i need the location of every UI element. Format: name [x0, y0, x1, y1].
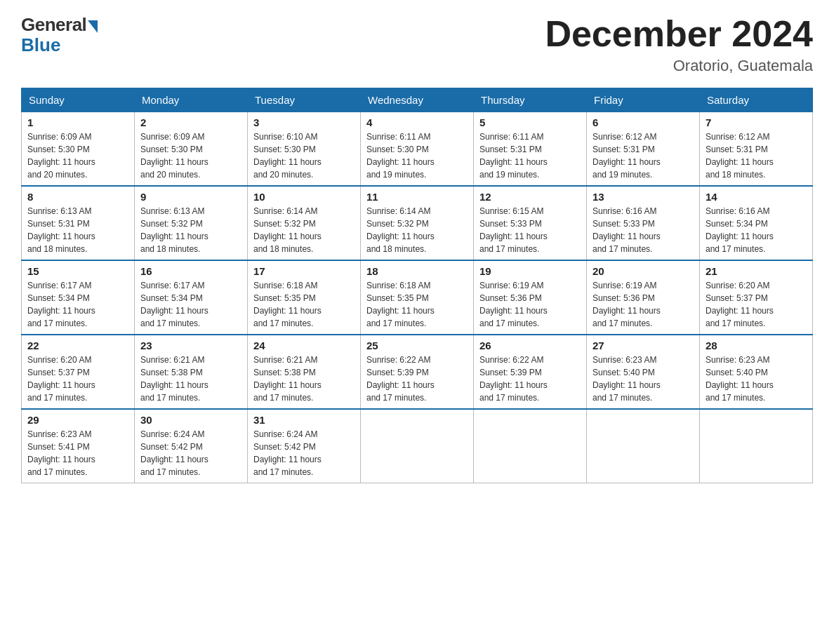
day-number: 23: [140, 340, 241, 351]
calendar-cell: 29 Sunrise: 6:23 AMSunset: 5:41 PMDaylig…: [22, 409, 135, 483]
calendar-cell: 27 Sunrise: 6:23 AMSunset: 5:40 PMDaylig…: [587, 335, 700, 409]
day-number: 28: [706, 340, 807, 351]
calendar-cell: [361, 409, 474, 483]
day-info: Sunrise: 6:13 AMSunset: 5:32 PMDaylight:…: [140, 206, 208, 254]
location: Oratorio, Guatemala: [545, 57, 813, 75]
calendar-cell: 23 Sunrise: 6:21 AMSunset: 5:38 PMDaylig…: [135, 335, 248, 409]
day-number: 9: [140, 191, 241, 203]
header-thursday: Thursday: [474, 88, 587, 112]
week-row-2: 8 Sunrise: 6:13 AMSunset: 5:31 PMDayligh…: [22, 186, 813, 260]
calendar-cell: [474, 409, 587, 483]
calendar-cell: 19 Sunrise: 6:19 AMSunset: 5:36 PMDaylig…: [474, 260, 587, 335]
logo: General Blue: [21, 14, 98, 56]
day-number: 11: [366, 191, 468, 203]
calendar-cell: 21 Sunrise: 6:20 AMSunset: 5:37 PMDaylig…: [700, 260, 813, 335]
day-number: 4: [366, 116, 468, 128]
day-number: 20: [593, 265, 694, 277]
day-info: Sunrise: 6:11 AMSunset: 5:30 PMDaylight:…: [366, 132, 435, 180]
calendar-cell: 11 Sunrise: 6:14 AMSunset: 5:32 PMDaylig…: [361, 186, 474, 260]
day-info: Sunrise: 6:09 AMSunset: 5:30 PMDaylight:…: [140, 132, 208, 180]
header-monday: Monday: [135, 88, 248, 112]
day-number: 21: [706, 265, 807, 277]
day-info: Sunrise: 6:15 AMSunset: 5:33 PMDaylight:…: [479, 206, 548, 254]
calendar-cell: 4 Sunrise: 6:11 AMSunset: 5:30 PMDayligh…: [361, 112, 474, 187]
day-info: Sunrise: 6:16 AMSunset: 5:33 PMDaylight:…: [593, 206, 661, 254]
day-number: 25: [366, 340, 468, 351]
calendar-cell: 24 Sunrise: 6:21 AMSunset: 5:38 PMDaylig…: [248, 335, 361, 409]
day-number: 19: [479, 265, 581, 277]
day-number: 12: [479, 191, 581, 203]
week-row-1: 1 Sunrise: 6:09 AMSunset: 5:30 PMDayligh…: [22, 112, 813, 187]
week-row-4: 22 Sunrise: 6:20 AMSunset: 5:37 PMDaylig…: [22, 335, 813, 409]
calendar-cell: 16 Sunrise: 6:17 AMSunset: 5:34 PMDaylig…: [135, 260, 248, 335]
day-info: Sunrise: 6:22 AMSunset: 5:39 PMDaylight:…: [479, 355, 548, 403]
calendar-cell: 2 Sunrise: 6:09 AMSunset: 5:30 PMDayligh…: [135, 112, 248, 187]
calendar-cell: 25 Sunrise: 6:22 AMSunset: 5:39 PMDaylig…: [361, 335, 474, 409]
day-info: Sunrise: 6:21 AMSunset: 5:38 PMDaylight:…: [140, 355, 208, 403]
day-number: 3: [253, 116, 355, 128]
calendar-cell: 31 Sunrise: 6:24 AMSunset: 5:42 PMDaylig…: [248, 409, 361, 483]
day-number: 1: [27, 116, 128, 128]
day-number: 27: [593, 340, 694, 351]
day-number: 31: [253, 414, 355, 426]
page-header: General Blue December 2024 Oratorio, Gua…: [21, 14, 813, 75]
day-info: Sunrise: 6:17 AMSunset: 5:34 PMDaylight:…: [27, 281, 95, 328]
calendar-cell: 20 Sunrise: 6:19 AMSunset: 5:36 PMDaylig…: [587, 260, 700, 335]
day-number: 6: [593, 116, 694, 128]
day-number: 22: [27, 340, 128, 351]
day-number: 15: [27, 265, 128, 277]
day-number: 17: [253, 265, 355, 277]
calendar-cell: [700, 409, 813, 483]
day-info: Sunrise: 6:10 AMSunset: 5:30 PMDaylight:…: [253, 132, 322, 180]
month-title: December 2024: [545, 14, 813, 54]
calendar-table: SundayMondayTuesdayWednesdayThursdayFrid…: [21, 88, 813, 483]
day-info: Sunrise: 6:13 AMSunset: 5:31 PMDaylight:…: [27, 206, 95, 254]
week-row-3: 15 Sunrise: 6:17 AMSunset: 5:34 PMDaylig…: [22, 260, 813, 335]
calendar-cell: 18 Sunrise: 6:18 AMSunset: 5:35 PMDaylig…: [361, 260, 474, 335]
day-number: 29: [27, 414, 128, 426]
week-row-5: 29 Sunrise: 6:23 AMSunset: 5:41 PMDaylig…: [22, 409, 813, 483]
day-info: Sunrise: 6:23 AMSunset: 5:40 PMDaylight:…: [593, 355, 661, 403]
day-number: 24: [253, 340, 355, 351]
calendar-cell: 7 Sunrise: 6:12 AMSunset: 5:31 PMDayligh…: [700, 112, 813, 187]
day-info: Sunrise: 6:12 AMSunset: 5:31 PMDaylight:…: [706, 132, 774, 180]
day-number: 18: [366, 265, 468, 277]
calendar-cell: [587, 409, 700, 483]
calendar-cell: 9 Sunrise: 6:13 AMSunset: 5:32 PMDayligh…: [135, 186, 248, 260]
calendar-cell: 12 Sunrise: 6:15 AMSunset: 5:33 PMDaylig…: [474, 186, 587, 260]
calendar-cell: 3 Sunrise: 6:10 AMSunset: 5:30 PMDayligh…: [248, 112, 361, 187]
day-number: 8: [27, 191, 128, 203]
header-row: SundayMondayTuesdayWednesdayThursdayFrid…: [22, 88, 813, 112]
day-info: Sunrise: 6:18 AMSunset: 5:35 PMDaylight:…: [366, 281, 435, 328]
header-wednesday: Wednesday: [361, 88, 474, 112]
title-section: December 2024 Oratorio, Guatemala: [545, 14, 813, 75]
day-info: Sunrise: 6:14 AMSunset: 5:32 PMDaylight:…: [366, 206, 435, 254]
calendar-cell: 30 Sunrise: 6:24 AMSunset: 5:42 PMDaylig…: [135, 409, 248, 483]
calendar-cell: 6 Sunrise: 6:12 AMSunset: 5:31 PMDayligh…: [587, 112, 700, 187]
logo-general-text: General: [21, 14, 86, 36]
day-info: Sunrise: 6:11 AMSunset: 5:31 PMDaylight:…: [479, 132, 548, 180]
day-number: 2: [140, 116, 241, 128]
calendar-cell: 26 Sunrise: 6:22 AMSunset: 5:39 PMDaylig…: [474, 335, 587, 409]
logo-arrow-icon: [88, 20, 98, 33]
day-info: Sunrise: 6:19 AMSunset: 5:36 PMDaylight:…: [593, 281, 661, 328]
calendar-cell: 22 Sunrise: 6:20 AMSunset: 5:37 PMDaylig…: [22, 335, 135, 409]
day-number: 26: [479, 340, 581, 351]
day-info: Sunrise: 6:23 AMSunset: 5:40 PMDaylight:…: [706, 355, 774, 403]
calendar-cell: 17 Sunrise: 6:18 AMSunset: 5:35 PMDaylig…: [248, 260, 361, 335]
day-info: Sunrise: 6:14 AMSunset: 5:32 PMDaylight:…: [253, 206, 322, 254]
day-info: Sunrise: 6:21 AMSunset: 5:38 PMDaylight:…: [253, 355, 322, 403]
logo-blue-text: Blue: [21, 34, 60, 56]
day-number: 5: [479, 116, 581, 128]
day-info: Sunrise: 6:20 AMSunset: 5:37 PMDaylight:…: [27, 355, 95, 403]
day-info: Sunrise: 6:20 AMSunset: 5:37 PMDaylight:…: [706, 281, 774, 328]
day-number: 7: [706, 116, 807, 128]
day-number: 16: [140, 265, 241, 277]
day-info: Sunrise: 6:12 AMSunset: 5:31 PMDaylight:…: [593, 132, 661, 180]
day-info: Sunrise: 6:22 AMSunset: 5:39 PMDaylight:…: [366, 355, 435, 403]
calendar-cell: 5 Sunrise: 6:11 AMSunset: 5:31 PMDayligh…: [474, 112, 587, 187]
day-number: 13: [593, 191, 694, 203]
day-info: Sunrise: 6:24 AMSunset: 5:42 PMDaylight:…: [140, 429, 208, 477]
day-number: 30: [140, 414, 241, 426]
day-info: Sunrise: 6:24 AMSunset: 5:42 PMDaylight:…: [253, 429, 322, 477]
